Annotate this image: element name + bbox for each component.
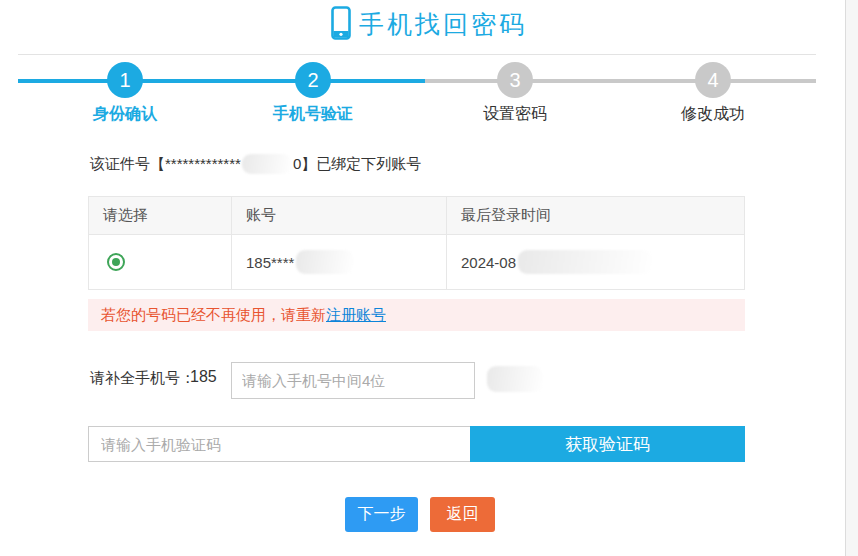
col-header-last-login: 最后登录时间: [446, 197, 744, 234]
step-2-circle: 2: [295, 62, 331, 98]
redaction-blob: [242, 154, 292, 174]
page-title: 手机找回密码: [359, 8, 527, 41]
account-radio[interactable]: [107, 253, 125, 271]
step-3-circle: 3: [497, 62, 533, 98]
redaction-blob: [296, 250, 354, 274]
password-recovery-page: 手机找回密码 1 2 3 4 身份确认 手机号验证 设置密码 修改成功 该证件号…: [0, 0, 858, 556]
bound-accounts-table: 请选择 账号 最后登录时间 185**** 2024-08: [88, 196, 745, 290]
next-step-button[interactable]: 下一步: [345, 497, 418, 532]
stepper-progress-line-done: [18, 79, 425, 83]
header-divider: [18, 54, 816, 55]
table-header-row: 请选择 账号 最后登录时间: [89, 197, 744, 234]
phone-prefix: 185: [190, 368, 217, 386]
get-verification-code-button[interactable]: 获取验证码: [470, 426, 745, 462]
stepper-progress-line-todo: [425, 79, 816, 83]
redaction-blob: [518, 250, 653, 274]
step-1-label: 身份确认: [55, 104, 195, 125]
col-header-account: 账号: [231, 197, 446, 234]
col-header-select: 请选择: [89, 197, 231, 234]
identity-bound-notice: 该证件号【************* 0】已绑定下列账号: [90, 152, 421, 176]
phone-icon: [331, 6, 351, 40]
redaction-blob: [487, 366, 543, 392]
step-1-circle: 1: [107, 62, 143, 98]
back-button[interactable]: 返回: [430, 497, 495, 532]
phone-middle-digits-input[interactable]: [231, 362, 475, 399]
step-4-label: 修改成功: [643, 104, 783, 125]
step-2-label: 手机号验证: [243, 104, 383, 125]
account-masked: 185****: [246, 254, 294, 271]
scrollbar-track[interactable]: [845, 0, 858, 556]
step-4-circle: 4: [695, 62, 731, 98]
sms-code-input[interactable]: [88, 426, 471, 462]
identity-notice-suffix: 0】已绑定下列账号: [293, 155, 421, 174]
register-account-link[interactable]: 注册账号: [326, 306, 386, 325]
complete-phone-label: 请补全手机号：: [90, 369, 195, 388]
rebind-notice-bar: 若您的号码已经不再使用，请重新注册账号: [88, 299, 745, 331]
step-3-label: 设置密码: [445, 104, 585, 125]
rebind-notice-text: 若您的号码已经不再使用，请重新: [101, 306, 326, 325]
identity-notice-prefix: 该证件号【*************: [90, 155, 241, 174]
table-row: 185**** 2024-08: [89, 234, 744, 289]
last-login-masked: 2024-08: [461, 254, 516, 271]
